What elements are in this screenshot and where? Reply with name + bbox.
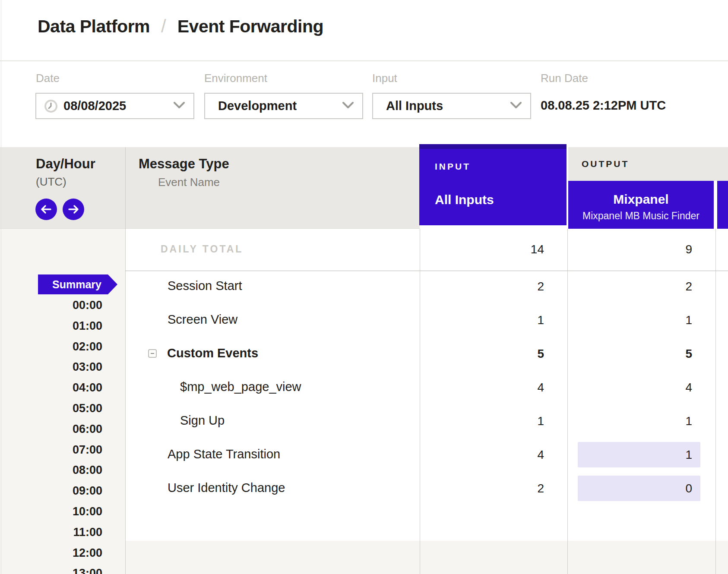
header-divider bbox=[0, 60, 728, 61]
row-input-value: 4 bbox=[458, 448, 544, 462]
arrow-right-icon bbox=[68, 205, 79, 214]
mixpanel-column-title: Mixpanel bbox=[568, 192, 714, 207]
environment-filter-label: Environment bbox=[204, 72, 267, 85]
event-forwarding-page: Data Platform / Event Forwarding Date En… bbox=[0, 0, 728, 574]
hour-item[interactable]: 06:00 bbox=[26, 420, 102, 438]
date-filter-label: Date bbox=[36, 72, 60, 85]
prev-day-button[interactable] bbox=[35, 199, 57, 220]
row-label: $mp_web_page_view bbox=[180, 380, 301, 394]
input-value: All Inputs bbox=[386, 99, 443, 113]
hour-item[interactable]: 00:00 bbox=[26, 296, 102, 314]
output-section-label: OUTPUT bbox=[582, 159, 629, 169]
next-day-button[interactable] bbox=[63, 199, 84, 220]
row-output-value: 1 bbox=[606, 448, 692, 462]
row-label: App State Transition bbox=[168, 447, 280, 461]
row-output-value: 2 bbox=[606, 280, 692, 293]
event-name-subtitle: Event Name bbox=[158, 176, 220, 189]
next-output-column-partial bbox=[717, 181, 728, 229]
chevron-down-icon bbox=[342, 102, 354, 110]
input-filter-label: Input bbox=[372, 72, 397, 85]
day-hour-subtitle: (UTC) bbox=[36, 175, 66, 189]
column-divider bbox=[715, 229, 716, 574]
input-column-name: All Inputs bbox=[435, 192, 494, 207]
table-footer-area bbox=[0, 541, 728, 574]
hour-item[interactable]: 10:00 bbox=[26, 503, 102, 520]
row-label: Sign Up bbox=[180, 413, 225, 428]
row-label: Custom Events bbox=[167, 346, 258, 360]
breadcrumb: Data Platform / Event Forwarding bbox=[38, 16, 323, 37]
column-divider bbox=[420, 229, 420, 574]
date-dropdown[interactable]: 08/08/2025 bbox=[35, 93, 194, 119]
environment-dropdown[interactable]: Development bbox=[204, 93, 363, 119]
mixpanel-column-subtitle: Mixpanel MB Music Finder bbox=[568, 210, 714, 222]
hour-item[interactable]: 03:00 bbox=[26, 358, 102, 375]
column-gap bbox=[714, 181, 717, 229]
row-output-value: 0 bbox=[606, 482, 692, 495]
row-output-value: 1 bbox=[606, 313, 692, 327]
day-hour-title: Day/Hour bbox=[36, 156, 95, 172]
row-output-value: 5 bbox=[606, 347, 692, 361]
hour-item[interactable]: 12:00 bbox=[26, 544, 102, 561]
column-gap bbox=[420, 225, 567, 229]
chevron-down-icon bbox=[510, 102, 522, 110]
row-input-value: 2 bbox=[458, 482, 544, 495]
row-input-value: 1 bbox=[458, 313, 544, 327]
clock-icon bbox=[44, 99, 58, 113]
breadcrumb-bar: Data Platform / Event Forwarding bbox=[0, 0, 728, 60]
row-input-value: 2 bbox=[458, 280, 544, 293]
chevron-down-icon bbox=[174, 102, 185, 110]
daily-total-input-value: 14 bbox=[458, 243, 544, 256]
hour-item[interactable]: 05:00 bbox=[26, 400, 102, 417]
hour-item[interactable]: 07:00 bbox=[26, 441, 102, 458]
breadcrumb-section[interactable]: Data Platform bbox=[38, 16, 150, 37]
hour-item[interactable]: 09:00 bbox=[26, 482, 102, 499]
summary-tab[interactable]: Summary bbox=[38, 274, 117, 294]
input-column-header[interactable]: INPUT All Inputs bbox=[419, 144, 567, 225]
column-divider bbox=[567, 229, 568, 574]
hour-item[interactable]: 01:00 bbox=[26, 317, 102, 334]
hour-item[interactable]: 02:00 bbox=[26, 338, 102, 355]
minus-icon bbox=[151, 353, 154, 354]
row-label: Session Start bbox=[168, 279, 242, 293]
row-input-value: 4 bbox=[458, 381, 544, 394]
breadcrumb-separator-icon: / bbox=[161, 16, 166, 37]
mixpanel-column-header[interactable]: Mixpanel Mixpanel MB Music Finder bbox=[568, 181, 714, 229]
left-edge-divider bbox=[1, 0, 1, 574]
date-value: 08/08/2025 bbox=[63, 99, 126, 113]
daily-total-output-value: 9 bbox=[606, 243, 692, 256]
hour-item[interactable]: 04:00 bbox=[26, 379, 102, 396]
row-label: Screen View bbox=[168, 312, 237, 327]
hour-item[interactable]: 08:00 bbox=[26, 461, 102, 479]
row-input-value: 1 bbox=[458, 414, 544, 428]
collapse-toggle[interactable] bbox=[148, 349, 157, 358]
row-input-value: 5 bbox=[458, 347, 544, 361]
input-section-label: INPUT bbox=[435, 161, 471, 172]
summary-tab-label: Summary bbox=[52, 278, 117, 291]
daily-total-label: DAILY TOTAL bbox=[161, 243, 243, 255]
environment-value: Development bbox=[218, 99, 297, 113]
message-type-title: Message Type bbox=[139, 156, 229, 172]
run-date-value: 08.08.25 2:12PM UTC bbox=[541, 98, 666, 113]
row-output-value: 1 bbox=[606, 414, 692, 428]
input-column-accent-bar bbox=[419, 144, 567, 149]
hour-item[interactable]: 11:00 bbox=[26, 524, 102, 541]
run-date-label: Run Date bbox=[541, 72, 588, 85]
row-label: User Identity Change bbox=[168, 481, 285, 495]
daily-total-divider bbox=[125, 271, 728, 271]
input-dropdown[interactable]: All Inputs bbox=[372, 93, 531, 119]
breadcrumb-page: Event Forwarding bbox=[177, 16, 323, 37]
row-output-value: 4 bbox=[606, 381, 692, 394]
hour-item[interactable]: 13:00 bbox=[26, 565, 102, 574]
column-divider bbox=[125, 147, 126, 574]
arrow-left-icon bbox=[41, 205, 52, 214]
